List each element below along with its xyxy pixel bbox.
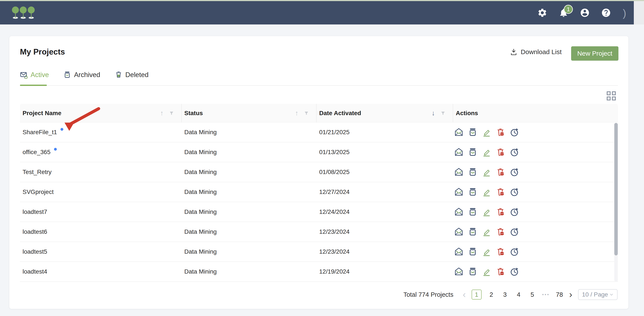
edit-pencil-icon[interactable] bbox=[482, 167, 491, 177]
history-clock-icon[interactable] bbox=[510, 187, 519, 197]
history-clock-icon[interactable] bbox=[510, 167, 519, 177]
project-name[interactable]: office_365 bbox=[22, 149, 50, 156]
pagination-page-5[interactable]: 5 bbox=[528, 291, 536, 298]
filter-funnel-icon[interactable] bbox=[440, 111, 446, 116]
edit-pencil-icon[interactable] bbox=[482, 187, 491, 197]
download-list-button[interactable]: Download List bbox=[510, 48, 562, 56]
project-date: 12/19/2024 bbox=[316, 268, 453, 275]
history-clock-icon[interactable] bbox=[510, 207, 519, 217]
table-row[interactable]: Test_Retry Data Mining 01/08/2025 bbox=[20, 162, 618, 182]
table-row[interactable]: office_365 Data Mining 01/13/2025 bbox=[20, 143, 618, 162]
sort-asc-icon[interactable]: ↑ bbox=[295, 109, 298, 117]
table-row[interactable]: loadtest7 Data Mining 12/24/2024 bbox=[20, 202, 618, 222]
open-mail-icon[interactable] bbox=[454, 187, 464, 197]
filter-funnel-icon[interactable] bbox=[169, 111, 174, 116]
edit-pencil-icon[interactable] bbox=[482, 227, 491, 237]
edit-pencil-icon[interactable] bbox=[482, 148, 491, 157]
pagination-next-icon[interactable]: › bbox=[569, 290, 572, 299]
project-name[interactable]: loadtest4 bbox=[22, 268, 47, 275]
open-mail-icon[interactable] bbox=[454, 207, 464, 217]
sort-asc-icon[interactable]: ↑ bbox=[160, 109, 164, 117]
settings-gear-icon[interactable] bbox=[537, 8, 547, 18]
project-status: Data Mining bbox=[182, 248, 316, 255]
tabs-divider bbox=[20, 85, 618, 86]
column-label: Project Name bbox=[22, 110, 61, 117]
project-status: Data Mining bbox=[182, 129, 316, 136]
delete-data-icon[interactable] bbox=[496, 207, 505, 217]
page-size-value: 10 / Page bbox=[582, 291, 608, 298]
open-mail-icon[interactable] bbox=[454, 167, 464, 177]
column-header-project-name: Project Name ↑ bbox=[20, 104, 182, 122]
window-top-accent-strip bbox=[0, 0, 644, 1]
table-row[interactable]: loadtest6 Data Mining 12/23/2024 bbox=[20, 222, 618, 242]
edit-pencil-icon[interactable] bbox=[482, 207, 491, 217]
open-mail-icon[interactable] bbox=[454, 227, 464, 237]
notifications-bell-icon[interactable]: 1 bbox=[558, 8, 568, 18]
project-name[interactable]: SVGproject bbox=[22, 188, 54, 195]
delete-data-icon[interactable] bbox=[496, 167, 505, 177]
delete-data-icon[interactable] bbox=[496, 267, 505, 276]
archive-icon[interactable] bbox=[468, 167, 478, 177]
notification-count-badge[interactable]: 1 bbox=[564, 5, 573, 14]
browser-scrollbar-gutter[interactable] bbox=[634, 1, 644, 24]
delete-data-icon[interactable] bbox=[496, 247, 505, 257]
projects-table: Project Name ↑ Status ↑ Date Activated bbox=[20, 104, 618, 282]
pagination-page-2[interactable]: 2 bbox=[488, 291, 495, 298]
tab-archived[interactable]: Archived bbox=[63, 68, 100, 82]
archive-icon[interactable] bbox=[468, 247, 478, 257]
delete-data-icon[interactable] bbox=[496, 227, 505, 237]
table-row[interactable]: loadtest4 Data Mining 12/19/2024 bbox=[20, 262, 618, 282]
archive-icon[interactable] bbox=[468, 148, 478, 157]
tab-active[interactable]: Active bbox=[20, 68, 49, 82]
history-clock-icon[interactable] bbox=[510, 227, 519, 237]
open-mail-icon[interactable] bbox=[454, 247, 464, 257]
help-question-icon[interactable] bbox=[601, 8, 611, 18]
tab-deleted[interactable]: Deleted bbox=[115, 68, 148, 82]
history-clock-icon[interactable] bbox=[510, 148, 519, 157]
sort-desc-icon[interactable]: ↓ bbox=[432, 109, 435, 117]
project-name[interactable]: Test_Retry bbox=[22, 168, 52, 175]
archive-icon[interactable] bbox=[468, 187, 478, 197]
pagination-ellipsis[interactable]: ••• bbox=[542, 292, 550, 297]
pagination-page-1-active[interactable]: 1 bbox=[472, 290, 482, 300]
mail-sync-icon bbox=[20, 71, 28, 79]
table-row[interactable]: loadtest5 Data Mining 12/23/2024 bbox=[20, 242, 618, 262]
archive-icon[interactable] bbox=[468, 207, 478, 217]
page-size-select[interactable]: 10 / Page bbox=[578, 289, 618, 300]
archive-icon[interactable] bbox=[468, 128, 478, 137]
brand-logo-trees-icon[interactable] bbox=[12, 6, 35, 20]
history-clock-icon[interactable] bbox=[510, 247, 519, 257]
open-mail-icon[interactable] bbox=[454, 128, 464, 137]
project-name[interactable]: loadtest7 bbox=[22, 208, 47, 215]
edit-pencil-icon[interactable] bbox=[482, 267, 491, 276]
project-name[interactable]: ShareFile_t1 bbox=[22, 129, 57, 136]
filter-funnel-icon[interactable] bbox=[304, 111, 309, 116]
open-mail-icon[interactable] bbox=[454, 267, 464, 276]
pagination-page-3[interactable]: 3 bbox=[501, 291, 509, 298]
table-scrollbar-thumb[interactable] bbox=[614, 123, 618, 255]
project-name[interactable]: loadtest6 bbox=[22, 228, 47, 235]
history-clock-icon[interactable] bbox=[510, 267, 519, 276]
delete-data-icon[interactable] bbox=[496, 148, 505, 157]
table-row[interactable]: SVGproject Data Mining 12/27/2024 bbox=[20, 182, 618, 202]
table-row[interactable]: ShareFile_t1 Data Mining 01/21/2025 bbox=[20, 123, 618, 143]
pagination-page-4[interactable]: 4 bbox=[515, 291, 522, 298]
my-projects-page: 1 ) My Projects Download List New Projec… bbox=[0, 0, 644, 316]
open-mail-icon[interactable] bbox=[454, 148, 464, 157]
column-label: Actions bbox=[456, 110, 478, 117]
archive-icon[interactable] bbox=[468, 227, 478, 237]
new-project-button[interactable]: New Project bbox=[571, 46, 618, 61]
pagination-prev-icon[interactable]: ‹ bbox=[463, 290, 466, 299]
pagination-page-78[interactable]: 78 bbox=[556, 291, 563, 298]
column-header-actions: Actions bbox=[453, 104, 618, 122]
pagination: Total 774 Projects ‹ 1 2 3 4 5 ••• 78 › … bbox=[403, 289, 618, 300]
edit-pencil-icon[interactable] bbox=[482, 247, 491, 257]
archive-icon[interactable] bbox=[468, 267, 478, 276]
delete-data-icon[interactable] bbox=[496, 187, 505, 197]
delete-data-icon[interactable] bbox=[496, 128, 505, 137]
edit-pencil-icon[interactable] bbox=[482, 128, 491, 137]
project-name[interactable]: loadtest5 bbox=[22, 248, 47, 255]
account-avatar-icon[interactable] bbox=[580, 8, 590, 18]
grid-view-toggle-icon[interactable] bbox=[607, 91, 616, 101]
history-clock-icon[interactable] bbox=[510, 128, 519, 137]
